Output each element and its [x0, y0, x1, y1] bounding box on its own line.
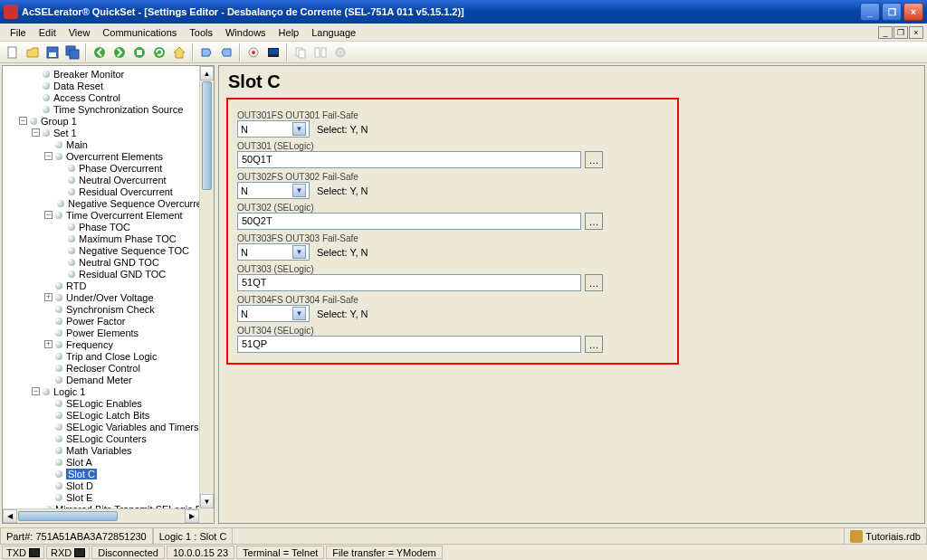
expand-toggle-icon[interactable]: −	[32, 387, 40, 395]
tree-item[interactable]: Slot C	[6, 468, 199, 479]
failsafe-select[interactable]: N▼	[237, 305, 310, 322]
tree-item[interactable]: Phase Overcurrent	[6, 162, 199, 174]
mdi-minimize-button[interactable]: _	[878, 26, 893, 39]
back-icon[interactable]	[91, 43, 109, 62]
svg-rect-0	[8, 47, 16, 58]
failsafe-select[interactable]: N▼	[237, 120, 310, 138]
forward-icon[interactable]	[110, 43, 129, 62]
refresh-icon[interactable]	[150, 43, 168, 62]
tree-vertical-scrollbar[interactable]: ▲ ▼	[199, 66, 214, 508]
menu-communications[interactable]: Communications	[96, 25, 183, 40]
tree-item[interactable]: Negative Sequence TOC	[6, 244, 199, 256]
maximize-button[interactable]: ❐	[882, 3, 902, 21]
save-icon[interactable]	[43, 43, 62, 62]
save-all-icon[interactable]	[63, 43, 81, 62]
scroll-right-icon[interactable]: ▶	[185, 509, 199, 523]
tree-item[interactable]: Slot E	[6, 491, 199, 503]
tree-horizontal-scrollbar[interactable]: ◀ ▶	[3, 508, 199, 523]
selogic-input[interactable]: 51QP	[237, 336, 581, 353]
merge-icon[interactable]	[311, 43, 330, 62]
menu-tools[interactable]: Tools	[183, 25, 219, 40]
tree-item[interactable]: Synchronism Check	[6, 303, 199, 315]
scroll-left-icon[interactable]: ◀	[3, 509, 17, 523]
menu-file[interactable]: File	[4, 25, 33, 40]
scroll-up-icon[interactable]: ▲	[200, 66, 214, 81]
dropdown-arrow-icon[interactable]: ▼	[292, 184, 306, 197]
new-icon[interactable]	[4, 43, 22, 62]
tree-item[interactable]: RTD	[6, 280, 199, 291]
bullet-icon	[55, 423, 62, 431]
tree-item[interactable]: SELogic Counters	[6, 432, 199, 444]
options-icon[interactable]	[331, 43, 349, 62]
scroll-thumb-h[interactable]	[18, 511, 118, 521]
menu-help[interactable]: Help	[272, 25, 306, 40]
menu-language[interactable]: Language	[305, 25, 362, 40]
expression-builder-button[interactable]: …	[585, 151, 603, 168]
tree-item[interactable]: Maximum Phase TOC	[6, 233, 199, 244]
home-icon[interactable]	[170, 43, 188, 62]
tree-item[interactable]: Demand Meter	[6, 374, 199, 385]
tree-item[interactable]: Neutral Overcurrent	[6, 174, 199, 185]
dropdown-arrow-icon[interactable]: ▼	[292, 122, 306, 136]
expand-toggle-icon[interactable]: −	[19, 117, 27, 125]
open-icon[interactable]	[24, 43, 42, 62]
tree-item[interactable]: Residual GND TOC	[6, 268, 199, 280]
tree-item[interactable]: −Set 1	[6, 127, 199, 138]
menu-windows[interactable]: Windows	[219, 25, 272, 40]
tree-item[interactable]: Time Synchronization Source	[6, 103, 199, 115]
tree-item[interactable]: Data Reset	[6, 80, 199, 91]
expand-toggle-icon[interactable]: −	[32, 128, 40, 137]
expression-builder-button[interactable]: …	[585, 274, 603, 291]
menu-edit[interactable]: Edit	[33, 25, 62, 40]
close-button[interactable]: ×	[903, 3, 923, 21]
minimize-button[interactable]: _	[860, 3, 880, 21]
failsafe-select[interactable]: N▼	[237, 243, 310, 261]
selogic-input[interactable]: 50Q1T	[237, 151, 581, 168]
tree-item[interactable]: Breaker Monitor	[6, 68, 199, 80]
dropdown-arrow-icon[interactable]: ▼	[292, 245, 306, 259]
mdi-restore-button[interactable]: ❐	[894, 26, 908, 39]
tree-item[interactable]: Residual Overcurrent	[6, 185, 199, 197]
stop-icon[interactable]	[130, 43, 148, 62]
tree-item[interactable]: +Under/Over Voltage	[6, 291, 199, 303]
copy-icon[interactable]	[291, 43, 310, 62]
failsafe-select[interactable]: N▼	[237, 182, 310, 199]
tree-item[interactable]: Recloser Control	[6, 362, 199, 374]
tree-item[interactable]: SELogic Enables	[6, 397, 199, 409]
tree-item[interactable]: SELogic Latch Bits	[6, 409, 199, 421]
tree-item[interactable]: −Overcurrent Elements	[6, 150, 199, 162]
receive-icon[interactable]	[217, 43, 235, 62]
tree-item[interactable]: SELogic Variables and Timers	[6, 421, 199, 432]
tree-item[interactable]: +Frequency	[6, 338, 199, 350]
expand-toggle-icon[interactable]: +	[44, 293, 53, 301]
menu-view[interactable]: View	[62, 25, 97, 40]
hmi-icon[interactable]	[244, 43, 263, 62]
selogic-input[interactable]: 50Q2T	[237, 213, 581, 230]
tree-item[interactable]: Negative Sequence Overcurrent	[6, 197, 199, 209]
tree-item[interactable]: Phase TOC	[6, 221, 199, 233]
expand-toggle-icon[interactable]: −	[44, 152, 53, 160]
tree-item[interactable]: −Logic 1	[6, 385, 199, 397]
terminal-icon[interactable]	[264, 43, 282, 62]
expression-builder-button[interactable]: …	[585, 213, 603, 230]
tree-item[interactable]: −Time Overcurrent Element	[6, 209, 199, 221]
dropdown-arrow-icon[interactable]: ▼	[292, 307, 306, 320]
tree-item[interactable]: Math Variables	[6, 444, 199, 456]
tree-item[interactable]: Slot D	[6, 479, 199, 491]
tree-item[interactable]: Power Elements	[6, 327, 199, 338]
tree-item[interactable]: Slot A	[6, 456, 199, 468]
expand-toggle-icon[interactable]: −	[44, 211, 53, 219]
tree-item[interactable]: Main	[6, 138, 199, 150]
scroll-thumb[interactable]	[202, 81, 212, 190]
tree-item[interactable]: Power Factor	[6, 315, 199, 327]
scroll-down-icon[interactable]: ▼	[200, 494, 214, 508]
expression-builder-button[interactable]: …	[585, 336, 603, 353]
tree-item[interactable]: Trip and Close Logic	[6, 350, 199, 362]
tree-item[interactable]: Access Control	[6, 91, 199, 103]
tree-item[interactable]: −Group 1	[6, 115, 199, 127]
selogic-input[interactable]: 51QT	[237, 274, 581, 291]
mdi-close-button[interactable]: ×	[909, 26, 923, 39]
send-icon[interactable]	[197, 43, 215, 62]
tree-item[interactable]: Neutral GND TOC	[6, 256, 199, 268]
expand-toggle-icon[interactable]: +	[44, 340, 53, 348]
